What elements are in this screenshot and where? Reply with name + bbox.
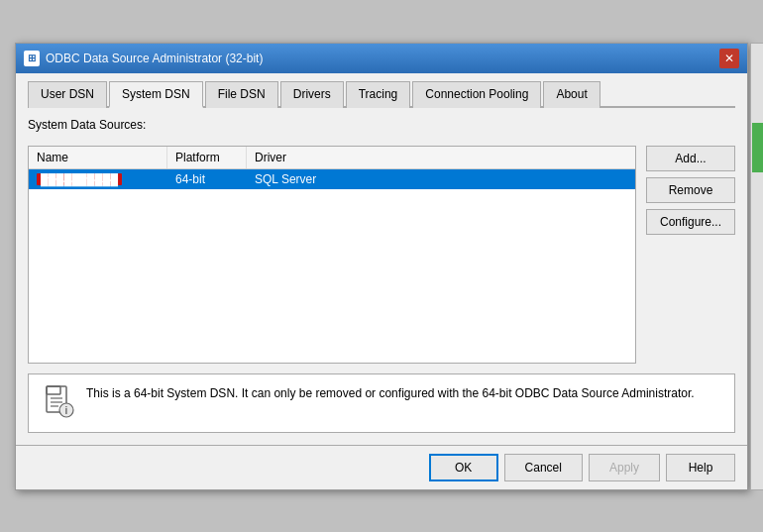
remove-button[interactable]: Remove [646,177,735,203]
window-title: ODBC Data Source Administrator (32-bit) [46,52,263,65]
data-source-area: Name Platform Driver ██████████ 64-bit S… [28,146,735,364]
section-label: System Data Sources: [28,118,735,132]
tab-about[interactable]: About [543,81,600,108]
tab-connection-pooling[interactable]: Connection Pooling [412,81,541,108]
help-button[interactable]: Help [666,454,735,481]
row-driver: SQL Server [247,169,635,189]
apply-button[interactable]: Apply [589,454,660,481]
configure-button[interactable]: Configure... [646,209,735,235]
tab-bar: User DSN System DSN File DSN Drivers Tra… [28,81,735,108]
row-name: ██████████ [29,169,167,189]
system-dsn-panel: System Data Sources: Name Platform Drive… [28,118,735,433]
tab-system-dsn[interactable]: System DSN [109,81,203,108]
info-document-icon: i [41,384,76,420]
info-text: This is a 64-bit System DSN. It can only… [86,384,695,402]
data-source-table: Name Platform Driver ██████████ 64-bit S… [28,146,636,364]
ok-button[interactable]: OK [429,454,498,481]
footer: OK Cancel Apply Help [16,445,747,489]
title-bar: ⊞ ODBC Data Source Administrator (32-bit… [16,44,747,73]
col-header-driver: Driver [247,147,635,168]
tab-tracing[interactable]: Tracing [346,81,411,108]
app-icon: ⊞ [24,51,40,66]
row-platform: 64-bit [167,169,247,189]
svg-rect-1 [47,386,60,394]
scrollbar-thumb [752,123,763,172]
table-row[interactable]: ██████████ 64-bit SQL Server [29,169,635,189]
col-header-platform: Platform [167,147,247,168]
table-header: Name Platform Driver [29,147,635,169]
tab-drivers[interactable]: Drivers [280,81,344,108]
close-button[interactable]: ✕ [719,49,739,68]
tab-file-dsn[interactable]: File DSN [205,81,278,108]
side-buttons: Add... Remove Configure... [646,146,735,364]
svg-text:i: i [65,405,68,416]
info-box: i This is a 64-bit System DSN. It can on… [28,373,735,433]
cancel-button[interactable]: Cancel [504,454,583,481]
tab-user-dsn[interactable]: User DSN [28,81,107,108]
scrollbar[interactable] [750,43,763,490]
col-header-name: Name [29,147,167,168]
add-button[interactable]: Add... [646,146,735,171]
